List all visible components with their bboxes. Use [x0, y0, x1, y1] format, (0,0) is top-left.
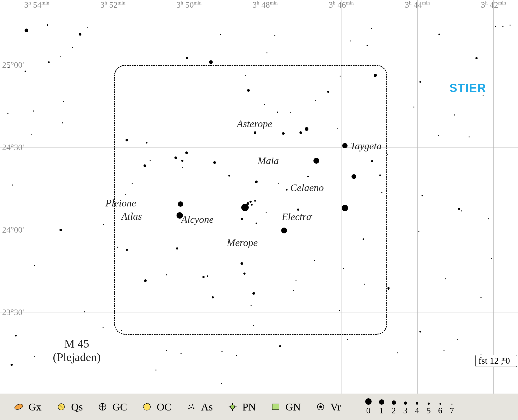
legend-gn-label: GN [285, 401, 301, 413]
field-star [33, 110, 34, 112]
field-star [209, 60, 213, 64]
svg-point-9 [190, 407, 192, 408]
cluster-subname: (Plejaden) [53, 350, 101, 364]
field-star [495, 26, 496, 27]
field-star [34, 265, 35, 266]
legend-as: As [185, 401, 213, 413]
mag-num: 7 [450, 406, 454, 416]
legend-gc: GC [96, 401, 127, 413]
mag-6: 6 [438, 403, 442, 416]
named-star [178, 201, 183, 207]
star-label-alcyone: Alcyone [181, 214, 214, 225]
legend-as-icon [185, 402, 197, 412]
mag-dot-icon [451, 404, 452, 405]
ra-tick-label: 3h 46min [329, 0, 354, 10]
field-star [510, 25, 511, 26]
named-star [342, 143, 348, 148]
mag-7: 7 [450, 404, 454, 416]
named-star [305, 127, 308, 131]
mag-dot-icon [404, 401, 407, 405]
field-star [274, 35, 275, 36]
mag-num: 2 [392, 406, 396, 416]
field-star [480, 297, 482, 298]
field-star [8, 67, 10, 68]
field-star [458, 208, 460, 210]
mag-num: 4 [415, 406, 419, 416]
legend-vr-icon [314, 402, 327, 412]
legend-qs-label: Qs [71, 401, 83, 413]
field-star [181, 353, 182, 354]
mag-5: 5 [427, 403, 431, 416]
dec-tick-label: 24°30' [2, 142, 24, 152]
field-star [79, 33, 81, 36]
dec-tick-label: 23°30' [2, 307, 24, 317]
mag-num: 3 [403, 406, 408, 416]
field-star [84, 311, 85, 312]
field-star [419, 331, 421, 333]
chart-area: 3h 54min3h 52min3h 50min3h 48min3h 46min… [0, 0, 518, 394]
mag-3: 3 [403, 401, 408, 416]
mag-1: 1 [379, 399, 384, 416]
field-star [491, 258, 492, 259]
mag-4: 4 [415, 402, 419, 416]
svg-rect-17 [272, 404, 279, 410]
field-star [87, 27, 88, 28]
svg-point-11 [188, 408, 189, 409]
field-star [103, 224, 104, 225]
mag-num: 1 [380, 406, 384, 416]
field-star [367, 45, 368, 46]
legend-qs-icon [55, 402, 67, 412]
legend-pn-label: PN [242, 401, 256, 413]
legend-vr: Vr [314, 401, 341, 413]
named-star [352, 174, 356, 179]
field-star [7, 113, 8, 114]
star-label-celaeno: Celaeno [290, 182, 324, 193]
field-star [166, 350, 167, 351]
field-star [419, 81, 421, 83]
legend-gx-icon [13, 402, 25, 412]
field-star [60, 56, 61, 57]
fst-limit: fst 12 , 0m [475, 355, 517, 367]
field-star [12, 184, 13, 186]
field-star [34, 356, 35, 357]
ra-tick-label: 3h 48min [252, 0, 278, 10]
named-star [342, 205, 348, 211]
field-star [461, 210, 462, 211]
field-star [279, 345, 281, 347]
dec-tick-label: 25°00' [2, 60, 24, 70]
mag-dot-icon [379, 399, 384, 405]
field-star [25, 71, 26, 72]
legend-bar: GxQsGCOCAsPNGNVr 01234567 [0, 394, 518, 420]
named-star [299, 131, 302, 134]
field-star [15, 335, 17, 336]
legend-gx: Gx [13, 401, 41, 413]
svg-point-0 [14, 403, 24, 410]
legend-pn: PN [226, 401, 256, 413]
legend-oc: OC [141, 401, 172, 413]
mag-dot-icon [428, 403, 430, 405]
svg-point-6 [144, 403, 150, 410]
star-chart: 3h 54min3h 52min3h 50min3h 48min3h 46min… [0, 0, 518, 420]
legend-oc-icon [141, 402, 153, 412]
field-star [11, 364, 13, 366]
field-star [350, 40, 351, 41]
field-star [220, 34, 221, 35]
field-star [236, 355, 237, 356]
grid-vertical [37, 0, 37, 394]
field-star [454, 114, 455, 116]
legend-qs: Qs [55, 401, 83, 413]
dec-tick-label: 24°00' [2, 225, 24, 235]
mag-num: 5 [427, 406, 431, 416]
svg-point-7 [189, 405, 190, 406]
field-star [438, 135, 439, 136]
svg-point-19 [319, 405, 322, 408]
field-star [488, 218, 489, 219]
mag-dot-icon [440, 403, 441, 405]
field-star [347, 339, 348, 340]
field-star [48, 61, 50, 63]
field-star [502, 26, 503, 27]
field-star [469, 136, 470, 137]
field-star [72, 47, 73, 48]
ra-tick-label: 3h 52min [100, 0, 125, 10]
star-label-electra: Electra [282, 211, 311, 223]
